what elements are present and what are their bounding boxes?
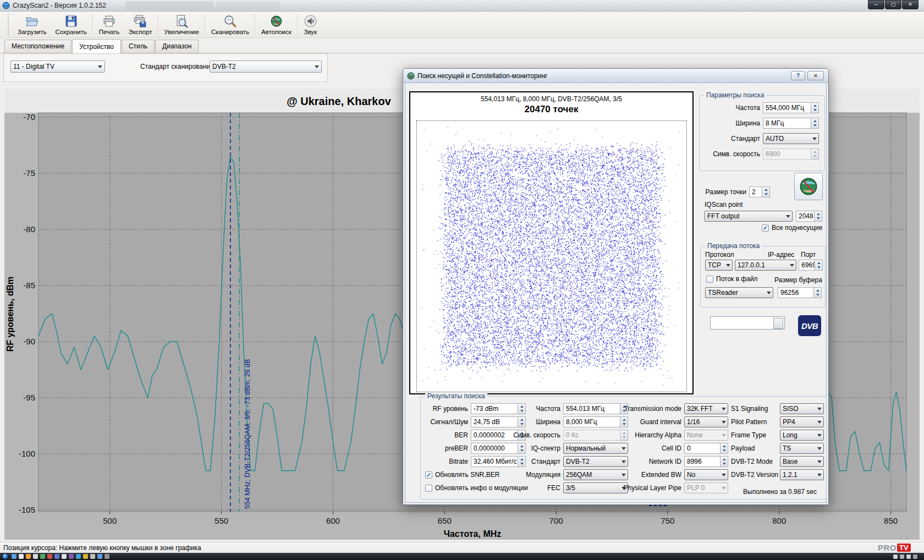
network-id-spinner[interactable] bbox=[721, 456, 728, 467]
taskbar-icon-3[interactable] bbox=[26, 554, 31, 559]
close-icon[interactable]: ✕ bbox=[807, 71, 824, 80]
taskbar-icon-4[interactable] bbox=[33, 554, 38, 559]
load-icon bbox=[25, 14, 39, 28]
zoom-icon bbox=[175, 14, 189, 28]
toolbar-button-save[interactable]: Сохранить bbox=[51, 12, 91, 37]
частота-spinner[interactable] bbox=[811, 102, 819, 113]
standard-select[interactable]: DVB-T2 bbox=[210, 61, 322, 73]
ip-address-select[interactable]: 127.0.0.1 bbox=[735, 260, 796, 271]
toolbar-button-export[interactable]: Экспорт bbox=[124, 12, 156, 37]
dvb-t2-mode-select[interactable]: Base bbox=[780, 456, 824, 467]
taskbar-icon-9[interactable] bbox=[69, 554, 74, 559]
maximize-button[interactable]: ▢ bbox=[885, 0, 901, 9]
tray-icon-4[interactable] bbox=[913, 554, 917, 559]
port-spinner[interactable] bbox=[815, 260, 823, 271]
toolbar-button-print[interactable]: Печать bbox=[95, 12, 124, 37]
taskbar-icon-7[interactable] bbox=[54, 554, 59, 559]
physical-layer-pipe-select[interactable]: PLP 0 bbox=[684, 482, 728, 493]
toolbar-button-autosearch[interactable]: Автопоиск bbox=[257, 12, 296, 37]
s1-signaling-select[interactable]: SISO bbox=[780, 403, 824, 414]
progress-button[interactable] bbox=[773, 318, 783, 329]
симв-скорость-field[interactable]: 6900 bbox=[763, 149, 811, 160]
point-size-spinner[interactable] bbox=[762, 186, 770, 197]
buffer-size-spinner[interactable] bbox=[814, 287, 822, 298]
taskbar-icon-6[interactable] bbox=[47, 554, 52, 559]
обновлять-инфо-о-модуляции-checkbox[interactable] bbox=[425, 485, 432, 492]
tray-icon-2[interactable] bbox=[900, 554, 904, 559]
tray-icon-3[interactable] bbox=[906, 554, 911, 559]
point-size-field[interactable]: 2 bbox=[749, 186, 762, 197]
toolbar-grip[interactable] bbox=[8, 14, 11, 35]
help-button[interactable]: ? bbox=[791, 71, 805, 80]
reader-select[interactable]: TSReader bbox=[705, 287, 773, 298]
stream-to-file-checkbox[interactable] bbox=[706, 276, 713, 283]
export-icon bbox=[133, 14, 147, 28]
taskbar-icon-2[interactable] bbox=[19, 554, 24, 559]
payload-select[interactable]: TS bbox=[780, 443, 824, 454]
fec-select[interactable]: 3/5 bbox=[563, 482, 628, 493]
частота-field[interactable]: 554,000 МГц bbox=[763, 102, 811, 113]
port-field[interactable]: 6969 bbox=[799, 260, 815, 271]
taskbar-icon-12[interactable] bbox=[90, 554, 95, 559]
start-button[interactable] bbox=[2, 553, 8, 559]
ширина-field[interactable]: 8,000 МГц bbox=[563, 416, 620, 427]
subcarriers-checkbox[interactable] bbox=[762, 224, 769, 232]
taskbar-icon-1[interactable] bbox=[12, 554, 16, 559]
dvb-t2-version-select[interactable]: 1.2.1 bbox=[780, 469, 824, 480]
toolbar-separator bbox=[158, 14, 159, 35]
стандарт-select[interactable]: DVB-T2 bbox=[563, 456, 628, 467]
симв-скорость-spinner[interactable] bbox=[811, 149, 819, 160]
iq-спектр-select[interactable]: Нормальный bbox=[563, 443, 628, 454]
taskbar-icon-5[interactable] bbox=[40, 554, 45, 559]
ширина-spinner[interactable] bbox=[811, 118, 819, 129]
results-group: Результаты поиска RF уровень-73 dBmСигна… bbox=[420, 396, 827, 499]
toolbar-button-zoom[interactable]: Увеличение bbox=[160, 12, 204, 37]
toolbar-button-sound[interactable]: Звук bbox=[299, 12, 322, 37]
param-row-hierarchy-alpha: Hierarchy AlphaNone bbox=[620, 430, 728, 441]
dialog-title-bar[interactable]: Поиск несущей и Constellation-мониторинг… bbox=[403, 69, 828, 83]
fft-points-spinner[interactable] bbox=[815, 211, 822, 222]
обновлять-snr-ber-checkbox[interactable] bbox=[425, 471, 432, 479]
close-button[interactable]: ✕ bbox=[902, 0, 919, 9]
buffer-size-field[interactable]: 96256 bbox=[778, 287, 814, 298]
protocol-select[interactable]: TCP bbox=[705, 260, 733, 271]
pilot-pattern-select[interactable]: PP4 bbox=[780, 416, 824, 427]
autosearch-icon bbox=[270, 14, 283, 28]
fft-points-field[interactable]: 2048 bbox=[796, 211, 815, 222]
tray-icon-1[interactable] bbox=[893, 554, 898, 559]
ширина-field[interactable]: 8 МГц bbox=[763, 118, 811, 129]
taskbar-icon-8[interactable] bbox=[62, 554, 67, 559]
стандарт-select[interactable]: AUTO bbox=[763, 133, 819, 144]
stream-to-file-label: Поток в файл bbox=[716, 275, 758, 283]
guard-interval-select[interactable]: 1/16 bbox=[684, 416, 728, 427]
taskbar-icon-10[interactable] bbox=[76, 554, 81, 559]
cell-id-field[interactable]: 0 bbox=[684, 443, 721, 454]
tab-устройство[interactable]: Устройство bbox=[72, 39, 121, 53]
y-tick-label: -75 bbox=[23, 168, 35, 178]
tab-стиль[interactable]: Стиль bbox=[122, 40, 155, 53]
cell-id-spinner[interactable] bbox=[721, 443, 728, 454]
частота-field[interactable]: 554,013 МГц bbox=[563, 403, 620, 414]
title-bar: CrazyScan2 - Версия 1.0.2.152 ─▢✕ bbox=[0, 0, 924, 12]
toolbar-button-load[interactable]: Загрузить bbox=[13, 12, 51, 37]
модуляция-select[interactable]: 256QAM bbox=[563, 469, 628, 480]
extended-bw-select[interactable]: No bbox=[684, 469, 728, 480]
hierarchy-alpha-label: Hierarchy Alpha bbox=[620, 431, 684, 439]
toolbar-button-scan[interactable]: Сканировать bbox=[207, 12, 254, 37]
taskbar-icon-11[interactable] bbox=[83, 554, 88, 559]
scan-image-button[interactable] bbox=[794, 173, 823, 200]
frame-type-select[interactable]: Long bbox=[780, 430, 824, 441]
x-tick-label: 800 bbox=[772, 516, 786, 525]
device-select[interactable]: 11 - Digital TV bbox=[10, 61, 105, 73]
iqscan-point-select[interactable]: FFT output bbox=[705, 211, 793, 222]
taskbar-icon-14[interactable] bbox=[105, 554, 109, 559]
chevron-down-icon bbox=[722, 421, 726, 424]
tab-местоположение[interactable]: Местоположение bbox=[4, 40, 72, 53]
симв-скорость-field[interactable]: 0 Кс bbox=[563, 430, 620, 441]
taskbar-icon-13[interactable] bbox=[97, 554, 102, 559]
hierarchy-alpha-select[interactable]: None bbox=[684, 430, 728, 441]
transmission-mode-select[interactable]: 32K FFT bbox=[684, 403, 728, 414]
minimize-button[interactable]: ─ bbox=[868, 0, 884, 9]
network-id-field[interactable]: 8996 bbox=[684, 456, 721, 467]
tab-диапазон[interactable]: Диапазон bbox=[155, 40, 199, 53]
